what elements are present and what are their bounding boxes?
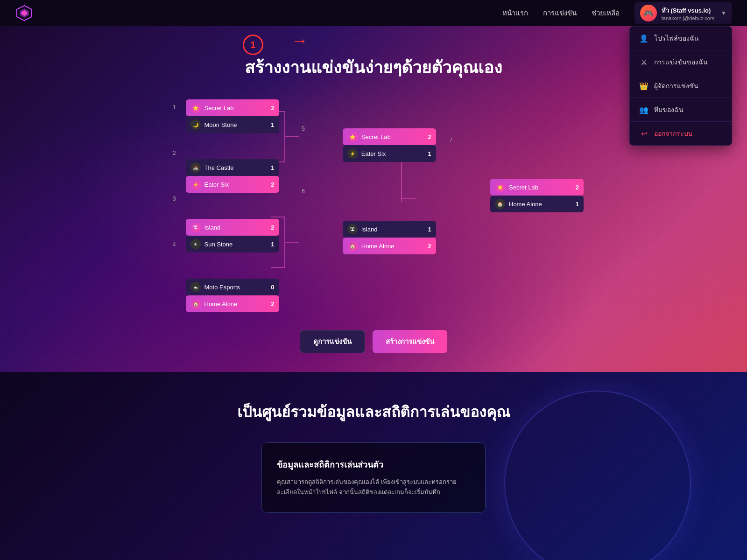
match-3-team-1: 🏝 Island 2 — [186, 219, 279, 236]
spacer — [186, 196, 279, 219]
castle-avatar: 🏰 — [190, 162, 201, 173]
profile-icon: 👤 — [639, 34, 648, 43]
user-email: tanakorn.j@debuz.com — [662, 15, 714, 21]
moto-avatar: 🏍 — [190, 282, 201, 292]
logo[interactable] — [15, 4, 34, 22]
user-name: หัว (Staff vsus.io) — [662, 6, 714, 15]
team-name: Home Alone — [361, 243, 420, 250]
eater-six-avatar-2: ⚡ — [347, 148, 358, 159]
nav-home[interactable]: หน้าแรก — [502, 7, 528, 19]
team-score: 1 — [267, 164, 275, 171]
home-alone-avatar: 🏠 — [190, 299, 201, 309]
match-2-team-2: ⚡ Eater Six 2 — [186, 176, 279, 193]
team-name: Sun Stone — [204, 241, 263, 248]
dropdown-my-tournaments[interactable]: ⚔ การแข่งขันของฉัน — [630, 50, 732, 74]
match-3-team-2: ☀ Sun Stone 1 — [186, 236, 279, 252]
match-2-team-1: 🏰 The Castle 1 — [186, 159, 279, 176]
sun-stone-avatar: ☀ — [190, 239, 201, 249]
info-card: ข้อมูลและสถิติการเล่นส่วนตัว คุณสามารถดู… — [261, 442, 486, 513]
annotation-arrow-icon: → — [291, 31, 308, 50]
match-6-team-2: 🏠 Home Alone 2 — [343, 238, 436, 254]
round-5-label: 5 — [302, 126, 311, 132]
team-score: 1 — [424, 150, 431, 157]
dropdown-my-team[interactable]: 👥 ทีมของฉัน — [630, 98, 732, 122]
match-5-team-1: ⭐ Secret Lab 2 — [343, 128, 436, 145]
glow-decoration — [504, 391, 691, 560]
round-2: ⭐ Secret Lab 2 ⚡ Eater Six 1 — [343, 128, 427, 257]
user-info: หัว (Staff vsus.io) tanakorn.j@debuz.com — [662, 6, 714, 21]
sword-icon: ⚔ — [639, 58, 648, 67]
team-score: 2 — [267, 224, 275, 231]
spacer — [186, 136, 279, 159]
mid-labels: 5 6 — [302, 99, 311, 195]
team-name: Secret Lab — [509, 184, 568, 191]
eater-six-avatar: ⚡ — [190, 179, 201, 189]
nav-user-menu[interactable]: 🎮 หัว (Staff vsus.io) tanakorn.j@debuz.c… — [634, 2, 732, 24]
team-name: The Castle — [204, 164, 263, 171]
crown-icon: 👑 — [639, 82, 648, 91]
team-score: 1 — [571, 201, 579, 208]
round-3: ⭐ Secret Lab 2 🏠 Home Alone 1 — [490, 179, 574, 215]
round-2-label: 2 — [173, 150, 182, 156]
view-tournament-button[interactable]: ดูการแข่งขัน — [300, 330, 365, 353]
match-1-team-2: 🌙 Moon Stone 1 — [186, 116, 279, 133]
dropdown-organizer[interactable]: 👑 ผู้จัดการแข่งขัน — [630, 74, 732, 98]
logout-icon: ↩ — [639, 129, 648, 138]
hero-title: สร้างงานแข่งขันง่ายๆด้วยตัวคุณเอง — [245, 54, 502, 81]
annotation-number: 1 — [243, 35, 263, 55]
nav-links: หน้าแรก การแข่งขัน ช่วยเหลือ — [502, 7, 620, 19]
dropdown-profile[interactable]: 👤 โปรไฟล์ของฉัน — [630, 27, 732, 50]
match-5: ⭐ Secret Lab 2 ⚡ Eater Six 1 — [343, 128, 427, 162]
team-score: 0 — [267, 284, 275, 291]
team-score: 2 — [424, 243, 431, 250]
team-name: Eater Six — [204, 181, 263, 188]
spacer — [186, 255, 279, 279]
dropdown-menu: 👤 โปรไฟล์ของฉัน ⚔ การแข่งขันของฉัน 👑 ผู้… — [629, 26, 732, 146]
dropdown-my-team-label: ทีมของฉัน — [654, 105, 684, 115]
island-avatar-2: 🏝 — [347, 224, 358, 234]
round-1-label: 1 — [173, 104, 182, 111]
team-score: 2 — [267, 301, 275, 308]
team-name: Moto Esports — [204, 284, 263, 291]
dropdown-organizer-label: ผู้จัดการแข่งขัน — [654, 81, 698, 91]
hero-buttons: ดูการแข่งขัน สร้างการแข่งขัน — [300, 330, 447, 353]
section2: เป็นศูนย์รวมข้อมูลและสถิติการเล่นของคุณ … — [0, 372, 747, 560]
bracket-container: 1 2 3 4 ⭐ Secret Lab 2 🌙 — [163, 99, 584, 315]
navbar: หน้าแรก การแข่งขัน ช่วยเหลือ 🎮 หัว (Staf… — [0, 0, 747, 26]
team-score: 1 — [424, 226, 431, 233]
create-tournament-button[interactable]: สร้างการแข่งขัน — [373, 330, 447, 353]
match-7-team-1: ⭐ Secret Lab 2 — [490, 179, 584, 196]
moon-stone-avatar: 🌙 — [190, 119, 201, 130]
right-labels: 7 — [450, 99, 459, 143]
round-7-label: 7 — [450, 137, 459, 143]
team-score: 2 — [267, 105, 275, 112]
team-name: Home Alone — [509, 201, 568, 208]
round-6-label: 6 — [302, 188, 311, 195]
dropdown-logout-label: ออกจากระบบ — [654, 128, 692, 139]
team-icon: 👥 — [639, 105, 648, 114]
info-card-text: คุณสามารถดูสถิติการเล่นของคุณเองได้ เพีย… — [277, 477, 470, 497]
round-4-label: 4 — [173, 241, 182, 248]
match-2: 🏰 The Castle 1 ⚡ Eater Six 2 — [186, 159, 279, 193]
team-name: Secret Lab — [361, 133, 420, 140]
dropdown-my-tournaments-label: การแข่งขันของฉัน — [654, 57, 708, 67]
home-alone-avatar-2: 🏠 — [347, 241, 358, 251]
chevron-down-icon: ▼ — [721, 10, 726, 16]
nav-tournament[interactable]: การแข่งขัน — [543, 7, 577, 19]
match-7-team-2: 🏠 Home Alone 1 — [490, 196, 584, 212]
match-4-team-2: 🏠 Home Alone 2 — [186, 295, 279, 312]
spacer — [343, 165, 427, 221]
secret-lab-avatar-3: ⭐ — [495, 182, 505, 192]
island-avatar: 🏝 — [190, 222, 201, 232]
section2-title: เป็นศูนย์รวมข้อมูลและสถิติการเล่นของคุณ — [237, 400, 510, 424]
match-3: 🏝 Island 2 ☀ Sun Stone 1 — [186, 219, 279, 252]
secret-lab-avatar: ⭐ — [190, 103, 201, 113]
nav-help[interactable]: ช่วยเหลือ — [592, 7, 620, 19]
dropdown-profile-label: โปรไฟล์ของฉัน — [654, 33, 699, 43]
round-3-label: 3 — [173, 196, 182, 202]
team-score: 2 — [571, 184, 579, 191]
match-4-team-1: 🏍 Moto Esports 0 — [186, 279, 279, 295]
match-6-team-1: 🏝 Island 1 — [343, 221, 436, 238]
dropdown-logout[interactable]: ↩ ออกจากระบบ — [630, 122, 732, 145]
team-score: 1 — [267, 241, 275, 248]
